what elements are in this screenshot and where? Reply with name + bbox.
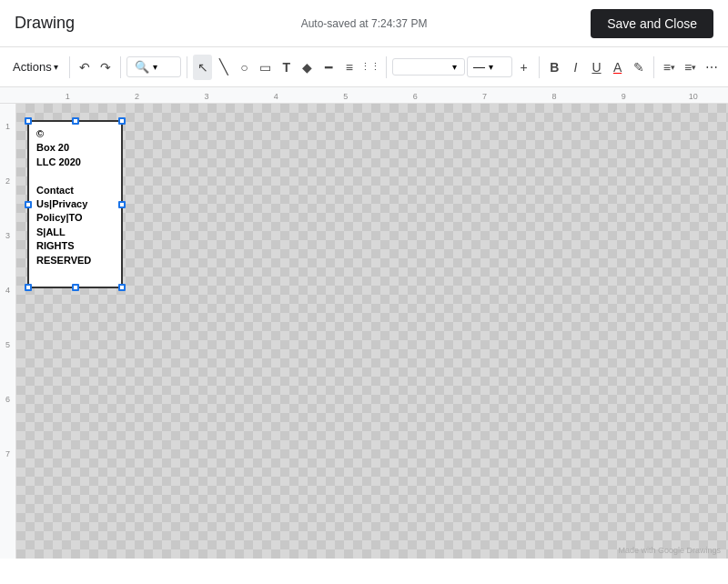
ruler-mark-v4: 4 (5, 286, 10, 295)
ruler-mark-h6: 6 (388, 92, 442, 101)
overflow-icon: ⋯ (705, 60, 718, 75)
fill-icon: ◆ (302, 60, 312, 75)
ruler-mark-h8: 8 (527, 92, 581, 101)
text-line-3: LLC 2020 (36, 156, 81, 167)
ruler-mark-v5: 5 (5, 340, 10, 349)
ruler-mark-v3: 3 (5, 231, 10, 240)
text-align-button[interactable]: ≡ ▾ (660, 55, 679, 80)
handle-bm[interactable] (72, 284, 79, 291)
redo-icon: ↷ (100, 60, 111, 75)
shape-rect-button[interactable]: ▭ (256, 55, 275, 80)
shape-rect-icon: ▭ (259, 60, 271, 75)
actions-menu[interactable]: Actions ▾ (7, 56, 64, 77)
ruler-mark-h5: 5 (318, 92, 373, 101)
list-button[interactable]: ≡ ▾ (681, 55, 700, 80)
separator-1 (69, 56, 70, 78)
canvas-background: © Box 20 LLC 2020 Contact Us|Privacy Pol… (16, 104, 728, 559)
text-line-1: © (36, 128, 44, 139)
align-icon: ≡ (346, 60, 353, 75)
list-icon: ≡ (684, 60, 692, 75)
undo-button[interactable]: ↶ (75, 55, 94, 80)
separator-6 (653, 56, 654, 78)
ruler-mark-h2: 2 (110, 92, 165, 101)
left-ruler: 1 2 3 4 5 6 7 (0, 104, 16, 559)
save-close-button[interactable]: Save and Close (591, 9, 713, 38)
text-content: © Box 20 LLC 2020 Contact Us|Privacy Pol… (36, 127, 114, 267)
ruler-mark-h9: 9 (596, 92, 651, 101)
undo-icon: ↶ (79, 60, 90, 75)
ruler-mark-h7: 7 (458, 92, 512, 101)
text-line-5: Contact (36, 185, 74, 196)
actions-chevron-icon: ▾ (54, 62, 58, 72)
line-weight-chevron: ▾ (489, 62, 493, 72)
select-icon: ↖ (197, 60, 208, 75)
text-icon: T (282, 60, 290, 75)
plus-icon: + (521, 60, 528, 75)
zoom-dropdown[interactable]: 🔍 ▾ (126, 56, 181, 77)
separator-3 (187, 56, 187, 78)
text-line-9: RIGHTS (36, 240, 75, 251)
text-line-8: S|ALL (36, 227, 66, 237)
select-tool-button[interactable]: ↖ (193, 55, 212, 80)
handle-br[interactable] (118, 284, 126, 291)
text-line-2: Box 20 (36, 142, 69, 153)
underline-button[interactable]: U (587, 55, 606, 80)
separator-2 (120, 56, 121, 78)
ruler-mark-v2: 2 (5, 176, 10, 186)
line-weight-dropdown[interactable]: — ▾ (467, 56, 512, 77)
line-dash-icon: — (473, 60, 485, 74)
ruler-mark-h1: 1 (40, 92, 95, 101)
font-dropdown[interactable]: ▾ (392, 58, 465, 76)
list-chevron: ▾ (692, 63, 696, 72)
more-shapes-icon: ⋮⋮ (360, 61, 380, 73)
handle-tm[interactable] (72, 117, 79, 125)
autosave-status: Auto-saved at 7:24:37 PM (301, 17, 428, 30)
plus-button[interactable]: + (514, 55, 533, 80)
top-ruler: 12345678910 (0, 87, 728, 104)
shape-circle-button[interactable]: ○ (235, 55, 254, 80)
bold-button[interactable]: B (545, 55, 564, 80)
ruler-mark-v7: 7 (5, 449, 10, 458)
text-align-icon: ≡ (663, 60, 671, 75)
ruler-mark-v6: 6 (5, 395, 10, 404)
line-style-icon: ━ (325, 60, 332, 75)
toolbar: Actions ▾ ↶ ↷ 🔍 ▾ ↖ ╲ ○ ▭ T ◆ ━ ≡ (0, 47, 728, 87)
ruler-mark-h10: 10 (666, 92, 721, 101)
actions-label: Actions (13, 60, 52, 74)
handle-bl[interactable] (25, 284, 32, 291)
overflow-button[interactable]: ⋯ (702, 55, 721, 80)
text-line-7: Policy|TO (36, 212, 83, 223)
ruler-mark-v1: 1 (5, 122, 10, 131)
attribution: Made with Google Drawings (618, 546, 721, 555)
fill-button[interactable]: ◆ (298, 55, 317, 80)
shape-circle-icon: ○ (240, 60, 248, 75)
header: Drawing Auto-saved at 7:24:37 PM Save an… (0, 0, 728, 47)
text-align-chevron: ▾ (671, 63, 675, 72)
text-color-button[interactable]: A (608, 55, 627, 80)
more-shapes-button[interactable]: ⋮⋮ (360, 55, 380, 80)
highlight-icon: ✎ (633, 60, 644, 75)
canvas-area[interactable]: 1 2 3 4 5 6 7 © (0, 104, 728, 559)
text-line-6: Us|Privacy (36, 198, 87, 209)
text-color-icon: A (613, 60, 622, 75)
handle-mr[interactable] (118, 201, 126, 208)
line-tool-button[interactable]: ╲ (214, 55, 233, 80)
text-box[interactable]: © Box 20 LLC 2020 Contact Us|Privacy Pol… (27, 120, 123, 288)
italic-button[interactable]: I (566, 55, 585, 80)
handle-tr[interactable] (118, 117, 126, 125)
text-tool-button[interactable]: T (277, 55, 296, 80)
handle-tl[interactable] (25, 117, 32, 125)
line-icon: ╲ (219, 58, 228, 76)
canvas-wrapper: 12345678910 1 2 3 4 5 6 7 (0, 87, 728, 584)
separator-5 (539, 56, 540, 78)
handle-ml[interactable] (25, 201, 32, 208)
zoom-chevron-icon: ▾ (153, 62, 157, 72)
page-title: Drawing (15, 14, 75, 33)
line-style-button[interactable]: ━ (318, 55, 338, 80)
align-button[interactable]: ≡ (339, 55, 359, 80)
redo-button[interactable]: ↷ (96, 55, 115, 80)
zoom-icon: 🔍 (135, 60, 149, 74)
font-chevron-icon: ▾ (452, 62, 457, 72)
text-line-10: RESERVED (36, 255, 91, 266)
highlight-button[interactable]: ✎ (629, 55, 648, 80)
